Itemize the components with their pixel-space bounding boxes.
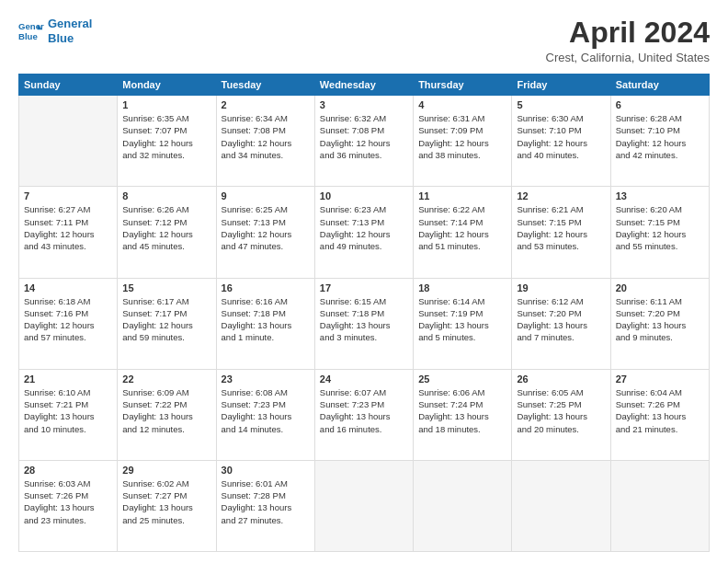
day-number: 2 (222, 99, 310, 110)
calendar-day-cell: 8Sunrise: 6:26 AM Sunset: 7:12 PM Daylig… (118, 187, 216, 278)
calendar-day-cell: 25Sunrise: 6:06 AM Sunset: 7:24 PM Dayli… (414, 369, 512, 460)
day-info: Sunrise: 6:01 AM Sunset: 7:28 PM Dayligh… (222, 477, 310, 526)
day-info: Sunrise: 6:28 AM Sunset: 7:10 PM Dayligh… (616, 112, 704, 161)
day-number: 23 (222, 373, 310, 385)
day-number: 25 (418, 373, 506, 385)
day-info: Sunrise: 6:31 AM Sunset: 7:09 PM Dayligh… (418, 112, 506, 161)
calendar-week-row: 1Sunrise: 6:35 AM Sunset: 7:07 PM Daylig… (19, 96, 710, 187)
calendar-day-cell: 27Sunrise: 6:04 AM Sunset: 7:26 PM Dayli… (610, 369, 709, 460)
svg-text:General: General (18, 21, 44, 31)
day-number: 3 (320, 99, 408, 110)
day-number: 13 (616, 190, 704, 201)
calendar-day-cell (314, 460, 413, 551)
day-number: 24 (320, 373, 408, 385)
day-number: 1 (122, 99, 210, 110)
day-info: Sunrise: 6:26 AM Sunset: 7:12 PM Dayligh… (122, 203, 210, 252)
day-info: Sunrise: 6:15 AM Sunset: 7:18 PM Dayligh… (320, 295, 408, 344)
day-info: Sunrise: 6:05 AM Sunset: 7:25 PM Dayligh… (517, 386, 605, 435)
calendar-day-cell: 13Sunrise: 6:20 AM Sunset: 7:15 PM Dayli… (610, 187, 709, 278)
day-info: Sunrise: 6:14 AM Sunset: 7:19 PM Dayligh… (418, 295, 506, 344)
title-block: April 2024 Crest, California, United Sta… (546, 17, 710, 64)
calendar-day-cell: 15Sunrise: 6:17 AM Sunset: 7:17 PM Dayli… (118, 278, 216, 369)
calendar-day-cell (19, 96, 118, 187)
calendar-table: SundayMondayTuesdayWednesdayThursdayFrid… (18, 74, 710, 552)
day-number: 22 (122, 373, 210, 385)
calendar-day-cell: 10Sunrise: 6:23 AM Sunset: 7:13 PM Dayli… (314, 187, 413, 278)
calendar-day-cell (512, 460, 610, 551)
calendar-day-cell: 2Sunrise: 6:34 AM Sunset: 7:08 PM Daylig… (216, 96, 314, 187)
calendar-day-cell: 5Sunrise: 6:30 AM Sunset: 7:10 PM Daylig… (512, 96, 610, 187)
calendar-header-cell: Sunday (19, 75, 118, 96)
day-number: 8 (122, 190, 210, 201)
day-info: Sunrise: 6:03 AM Sunset: 7:26 PM Dayligh… (24, 477, 112, 526)
calendar-header-cell: Thursday (414, 75, 512, 96)
calendar-day-cell: 24Sunrise: 6:07 AM Sunset: 7:23 PM Dayli… (314, 369, 413, 460)
calendar-day-cell: 22Sunrise: 6:09 AM Sunset: 7:22 PM Dayli… (118, 369, 216, 460)
day-number: 17 (320, 282, 408, 293)
logo-icon: General Blue (18, 18, 44, 44)
calendar-header-cell: Monday (118, 75, 216, 96)
day-number: 14 (24, 282, 112, 293)
calendar-day-cell: 6Sunrise: 6:28 AM Sunset: 7:10 PM Daylig… (610, 96, 709, 187)
day-info: Sunrise: 6:04 AM Sunset: 7:26 PM Dayligh… (616, 386, 704, 435)
calendar-header-cell: Saturday (610, 75, 709, 96)
calendar-day-cell: 7Sunrise: 6:27 AM Sunset: 7:11 PM Daylig… (19, 187, 118, 278)
day-info: Sunrise: 6:35 AM Sunset: 7:07 PM Dayligh… (122, 112, 210, 161)
day-info: Sunrise: 6:20 AM Sunset: 7:15 PM Dayligh… (616, 203, 704, 252)
calendar-day-cell: 9Sunrise: 6:25 AM Sunset: 7:13 PM Daylig… (216, 187, 314, 278)
day-number: 12 (517, 190, 605, 201)
calendar-day-cell: 4Sunrise: 6:31 AM Sunset: 7:09 PM Daylig… (414, 96, 512, 187)
calendar-day-cell: 23Sunrise: 6:08 AM Sunset: 7:23 PM Dayli… (216, 369, 314, 460)
day-info: Sunrise: 6:21 AM Sunset: 7:15 PM Dayligh… (517, 203, 605, 252)
calendar-day-cell: 20Sunrise: 6:11 AM Sunset: 7:20 PM Dayli… (610, 278, 709, 369)
calendar-day-cell: 12Sunrise: 6:21 AM Sunset: 7:15 PM Dayli… (512, 187, 610, 278)
calendar-day-cell: 17Sunrise: 6:15 AM Sunset: 7:18 PM Dayli… (314, 278, 413, 369)
day-info: Sunrise: 6:32 AM Sunset: 7:08 PM Dayligh… (320, 112, 408, 161)
page: General Blue General Blue April 2024 Cre… (0, 0, 728, 563)
calendar-week-row: 28Sunrise: 6:03 AM Sunset: 7:26 PM Dayli… (19, 460, 710, 551)
day-number: 28 (24, 465, 112, 476)
day-info: Sunrise: 6:16 AM Sunset: 7:18 PM Dayligh… (222, 295, 310, 344)
header: General Blue General Blue April 2024 Cre… (18, 17, 710, 64)
calendar-week-row: 7Sunrise: 6:27 AM Sunset: 7:11 PM Daylig… (19, 187, 710, 278)
day-info: Sunrise: 6:18 AM Sunset: 7:16 PM Dayligh… (24, 295, 112, 344)
day-info: Sunrise: 6:34 AM Sunset: 7:08 PM Dayligh… (222, 112, 310, 161)
calendar-day-cell: 11Sunrise: 6:22 AM Sunset: 7:14 PM Dayli… (414, 187, 512, 278)
calendar-header-cell: Friday (512, 75, 610, 96)
calendar-day-cell: 16Sunrise: 6:16 AM Sunset: 7:18 PM Dayli… (216, 278, 314, 369)
day-info: Sunrise: 6:23 AM Sunset: 7:13 PM Dayligh… (320, 203, 408, 252)
calendar-day-cell: 19Sunrise: 6:12 AM Sunset: 7:20 PM Dayli… (512, 278, 610, 369)
day-info: Sunrise: 6:11 AM Sunset: 7:20 PM Dayligh… (616, 295, 704, 344)
day-number: 20 (616, 282, 704, 293)
day-info: Sunrise: 6:02 AM Sunset: 7:27 PM Dayligh… (122, 477, 210, 526)
day-info: Sunrise: 6:10 AM Sunset: 7:21 PM Dayligh… (24, 386, 112, 435)
day-number: 18 (418, 282, 506, 293)
svg-text:Blue: Blue (18, 30, 38, 40)
day-number: 4 (418, 99, 506, 110)
day-number: 27 (616, 373, 704, 385)
day-number: 11 (418, 190, 506, 201)
calendar-week-row: 21Sunrise: 6:10 AM Sunset: 7:21 PM Dayli… (19, 369, 710, 460)
day-info: Sunrise: 6:27 AM Sunset: 7:11 PM Dayligh… (24, 203, 112, 252)
day-number: 7 (24, 190, 112, 201)
day-number: 15 (122, 282, 210, 293)
calendar-day-cell: 3Sunrise: 6:32 AM Sunset: 7:08 PM Daylig… (314, 96, 413, 187)
day-number: 10 (320, 190, 408, 201)
day-number: 16 (222, 282, 310, 293)
day-info: Sunrise: 6:12 AM Sunset: 7:20 PM Dayligh… (517, 295, 605, 344)
calendar-header-row: SundayMondayTuesdayWednesdayThursdayFrid… (19, 75, 710, 96)
logo-text: General Blue (48, 17, 92, 45)
calendar-header-cell: Wednesday (314, 75, 413, 96)
main-title: April 2024 (546, 17, 710, 49)
day-info: Sunrise: 6:22 AM Sunset: 7:14 PM Dayligh… (418, 203, 506, 252)
day-info: Sunrise: 6:25 AM Sunset: 7:13 PM Dayligh… (222, 203, 310, 252)
calendar-body: 1Sunrise: 6:35 AM Sunset: 7:07 PM Daylig… (19, 96, 710, 552)
day-number: 29 (122, 465, 210, 476)
day-number: 30 (222, 465, 310, 476)
day-info: Sunrise: 6:17 AM Sunset: 7:17 PM Dayligh… (122, 295, 210, 344)
day-number: 21 (24, 373, 112, 385)
calendar-header-cell: Tuesday (216, 75, 314, 96)
day-number: 5 (517, 99, 605, 110)
calendar-day-cell (414, 460, 512, 551)
day-info: Sunrise: 6:30 AM Sunset: 7:10 PM Dayligh… (517, 112, 605, 161)
